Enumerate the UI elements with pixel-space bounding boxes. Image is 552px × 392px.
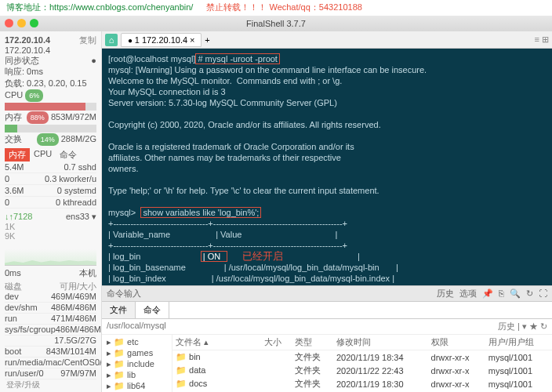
tab-cpu[interactable]: CPU [30,148,56,162]
session-tabbar: ⌂ ● 1 172.20.10.4 × + ≡ ⊞ [102,31,552,49]
tab-mem[interactable]: 内存 [5,148,30,162]
table-row: 📁 data文件夹2020/11/22 22:43drwxr-xr-xmysql… [172,364,552,377]
tab-files[interactable]: 文件 [102,302,136,318]
table-row: 📁 bin文件夹2020/11/19 18:34drwxr-xr-xmysql/… [172,350,552,365]
blog-banner: 博客地址：https://www.cnblogs.com/chenyanbin/… [0,0,552,16]
file-tree[interactable]: ▸ 📁 etc▸ 📁 games▸ 📁 include▸ 📁 lib▸ 📁 li… [102,335,172,392]
contact-link[interactable]: Wechat/qq：543210188 [269,2,361,12]
cmd-input-label: 命令输入 [107,288,141,299]
login-link[interactable]: 登录/升级 [0,378,46,392]
home-icon[interactable]: ⌂ [105,34,118,46]
tab-commands[interactable]: 命令 [136,302,169,318]
stats-sidebar: 172.20.10.4复制 172.20.10.4 同步状态● 响应: 0ms … [0,31,102,392]
terminal[interactable]: [root@localhost mysql]# mysql -uroot -pr… [102,49,552,285]
menu-icon[interactable]: ≡ ⊞ [535,34,549,45]
history-btn[interactable]: 历史 [437,289,454,298]
blog-link[interactable]: https://www.cnblogs.com/chenyanbin/ [49,2,193,12]
close-icon[interactable]: × [190,35,194,45]
search-icon[interactable]: 🔍 [510,289,521,298]
copy-icon[interactable]: ⎘ [499,289,504,298]
add-tab[interactable]: + [205,35,209,45]
file-panel: 文件命令 /usr/local/mysql历史 | ▾ ★ ↻ ▸ 📁 etc▸… [102,301,552,392]
path[interactable]: /usr/local/mysql [107,321,166,332]
refresh-icon[interactable]: ↻ [526,289,533,298]
app-title: FinalShell 3.7.7 [246,19,306,28]
table-row: 📁 docs文件夹2020/11/19 18:30drwxr-xr-xmysql… [172,377,552,390]
options-btn[interactable]: 选项 [459,289,477,298]
session-tab[interactable]: ● 1 172.20.10.4 × [121,33,202,47]
window-titlebar: FinalShell 3.7.7 [0,16,552,31]
pin-icon[interactable]: 📌 [482,289,493,298]
expand-icon[interactable]: ⛶ [539,289,547,298]
file-list[interactable]: 文件名 ▴大小类型 修改时间权限用户/用户组 📁 bin文件夹2020/11/1… [172,335,552,392]
traffic-lights[interactable] [5,19,38,27]
tab-cmd[interactable]: 命令 [56,148,81,162]
net-chart [5,242,96,266]
terminal-footer: 命令输入 历史 选项 📌 ⎘ 🔍 ↻ ⛶ [102,285,552,301]
